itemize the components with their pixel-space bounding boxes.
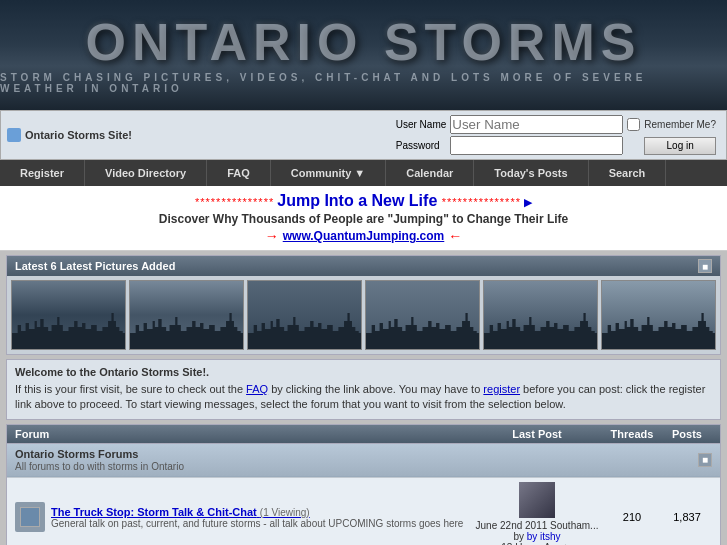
lastpost-date: June 22nd 2011 Southam... [472, 520, 602, 531]
forum-lastpost: June 22nd 2011 Southam... by by itshy 13… [472, 482, 602, 545]
pictures-section: Latest 6 Latest Pictures Added ■ [6, 255, 721, 355]
picture-thumb-4[interactable] [365, 280, 480, 350]
forum-category-header: Ontario Storms Forums All forums to do w… [7, 444, 720, 477]
forum-table: Forum Last Post Threads Posts Ontario St… [6, 424, 721, 545]
login-button[interactable]: Log in [644, 137, 716, 155]
nav-search[interactable]: Search [589, 160, 667, 186]
pictures-header: Latest 6 Latest Pictures Added ■ [7, 256, 720, 276]
nav-faq[interactable]: FAQ [207, 160, 271, 186]
welcome-box: Welcome to the Ontario Storms Site!. If … [6, 359, 721, 420]
welcome-register-link[interactable]: register [483, 383, 520, 395]
forum-threads-count: 210 [602, 511, 662, 523]
forum-posts-count: 1,837 [662, 511, 712, 523]
site-label-text: Ontario Storms Site! [25, 129, 132, 141]
welcome-text-2: by clicking the link above. You may have… [268, 383, 483, 395]
forum-row-icon [15, 502, 45, 532]
picture-thumb-1[interactable] [11, 280, 126, 350]
forum-icon [20, 507, 40, 527]
forum-category: Ontario Storms Forums All forums to do w… [7, 443, 720, 545]
ad-arrow-left: → [265, 228, 279, 244]
banner-title: ONTARIO STORMS [86, 16, 642, 68]
forum-row-desc: General talk on past, current, and futur… [51, 518, 472, 529]
nav-register[interactable]: Register [0, 160, 85, 186]
password-label: Password [396, 140, 447, 151]
welcome-faq-link[interactable]: FAQ [246, 383, 268, 395]
picture-thumb-3[interactable] [247, 280, 362, 350]
ad-line3: → www.QuantumJumping.com ← [10, 228, 717, 244]
site-label: Ontario Storms Site! [7, 128, 132, 142]
lastpost-by: by by itshy [472, 531, 602, 542]
remember-label: Remember Me? [644, 119, 716, 130]
ad-stars-right: *************** [442, 196, 521, 208]
nav-bar: Register Video Directory FAQ Community ▼… [0, 160, 727, 186]
picture-thumb-5[interactable] [483, 280, 598, 350]
forum-category-desc: All forums to do with storms in Ontario [15, 461, 184, 472]
nav-calendar[interactable]: Calendar [386, 160, 474, 186]
forum-row-content: The Truck Stop: Storm Talk & Chit-Chat (… [51, 506, 472, 529]
welcome-text: If this is your first visit, be sure to … [15, 382, 712, 413]
nav-community[interactable]: Community ▼ [271, 160, 386, 186]
forum-header: Forum Last Post Threads Posts [7, 425, 720, 443]
ad-line1: *************** Jump Into a New Life ***… [10, 192, 717, 210]
welcome-text-1: If this is your first visit, be sure to … [15, 383, 246, 395]
login-area: User Name Remember Me? Password Log in [396, 115, 720, 155]
ad-line2: Discover Why Thousands of People are "Ju… [10, 212, 717, 226]
site-banner: ONTARIO STORMS STORM CHASING PICTURES, V… [0, 0, 727, 110]
lastpost-col-header: Last Post [472, 428, 602, 440]
ad-arrow-right: ← [448, 228, 462, 244]
username-label: User Name [396, 119, 447, 130]
nav-video-directory[interactable]: Video Directory [85, 160, 207, 186]
password-input[interactable] [450, 136, 623, 155]
username-input[interactable] [450, 115, 623, 134]
ad-stars-left: *************** [195, 196, 274, 208]
ad-banner: *************** Jump Into a New Life ***… [0, 186, 727, 251]
pictures-row [7, 276, 720, 354]
picture-thumb-2[interactable] [129, 280, 244, 350]
ad-title: Jump Into a New Life [277, 192, 441, 209]
pictures-title: Latest 6 Latest Pictures Added [15, 260, 175, 272]
forum-viewers: (1 Viewing) [260, 507, 310, 518]
threads-col-header: Threads [602, 428, 662, 440]
posts-col-header: Posts [662, 428, 712, 440]
lastpost-thumb [519, 482, 555, 518]
lastpost-thumb-img [519, 482, 555, 518]
welcome-title: Welcome to the Ontario Storms Site!. [15, 366, 712, 378]
nav-todays-posts[interactable]: Today's Posts [474, 160, 588, 186]
forum-row-title[interactable]: The Truck Stop: Storm Talk & Chit-Chat (… [51, 506, 472, 518]
banner-subtitle: STORM CHASING PICTURES, VIDEOS, CHIT-CHA… [0, 72, 727, 94]
forum-col-header: Forum [15, 428, 472, 440]
forum-row: The Truck Stop: Storm Talk & Chit-Chat (… [7, 477, 720, 545]
picture-thumb-6[interactable] [601, 280, 716, 350]
lastpost-by-link[interactable]: by itshy [527, 531, 561, 542]
site-icon [7, 128, 21, 142]
forum-category-name: Ontario Storms Forums [15, 448, 138, 460]
remember-checkbox[interactable] [627, 118, 640, 131]
top-bar: Ontario Storms Site! User Name Remember … [0, 110, 727, 160]
ad-link[interactable]: www.QuantumJumping.com [283, 229, 445, 243]
pictures-collapse-button[interactable]: ■ [698, 259, 712, 273]
forum-category-collapse-button[interactable]: ■ [698, 453, 712, 467]
